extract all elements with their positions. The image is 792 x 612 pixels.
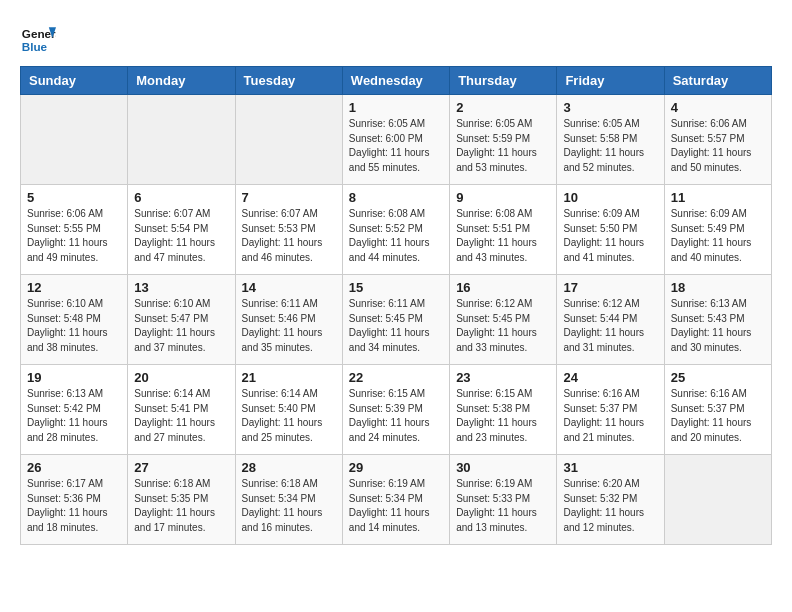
- logo: General Blue: [20, 20, 60, 56]
- calendar-table: SundayMondayTuesdayWednesdayThursdayFrid…: [20, 66, 772, 545]
- calendar-cell: 9Sunrise: 6:08 AM Sunset: 5:51 PM Daylig…: [450, 185, 557, 275]
- calendar-cell: 3Sunrise: 6:05 AM Sunset: 5:58 PM Daylig…: [557, 95, 664, 185]
- day-info: Sunrise: 6:19 AM Sunset: 5:34 PM Dayligh…: [349, 477, 443, 535]
- calendar-week-4: 19Sunrise: 6:13 AM Sunset: 5:42 PM Dayli…: [21, 365, 772, 455]
- day-info: Sunrise: 6:15 AM Sunset: 5:39 PM Dayligh…: [349, 387, 443, 445]
- calendar-week-5: 26Sunrise: 6:17 AM Sunset: 5:36 PM Dayli…: [21, 455, 772, 545]
- day-info: Sunrise: 6:06 AM Sunset: 5:57 PM Dayligh…: [671, 117, 765, 175]
- calendar-cell: 18Sunrise: 6:13 AM Sunset: 5:43 PM Dayli…: [664, 275, 771, 365]
- day-number: 10: [563, 190, 657, 205]
- day-info: Sunrise: 6:05 AM Sunset: 5:59 PM Dayligh…: [456, 117, 550, 175]
- day-number: 4: [671, 100, 765, 115]
- day-number: 16: [456, 280, 550, 295]
- calendar-cell: 20Sunrise: 6:14 AM Sunset: 5:41 PM Dayli…: [128, 365, 235, 455]
- day-number: 3: [563, 100, 657, 115]
- weekday-header-saturday: Saturday: [664, 67, 771, 95]
- day-number: 5: [27, 190, 121, 205]
- day-info: Sunrise: 6:08 AM Sunset: 5:51 PM Dayligh…: [456, 207, 550, 265]
- day-number: 27: [134, 460, 228, 475]
- day-info: Sunrise: 6:08 AM Sunset: 5:52 PM Dayligh…: [349, 207, 443, 265]
- day-number: 23: [456, 370, 550, 385]
- calendar-cell: 17Sunrise: 6:12 AM Sunset: 5:44 PM Dayli…: [557, 275, 664, 365]
- calendar-cell: 6Sunrise: 6:07 AM Sunset: 5:54 PM Daylig…: [128, 185, 235, 275]
- day-info: Sunrise: 6:09 AM Sunset: 5:49 PM Dayligh…: [671, 207, 765, 265]
- calendar-cell: [21, 95, 128, 185]
- day-number: 26: [27, 460, 121, 475]
- day-info: Sunrise: 6:09 AM Sunset: 5:50 PM Dayligh…: [563, 207, 657, 265]
- day-number: 30: [456, 460, 550, 475]
- day-info: Sunrise: 6:18 AM Sunset: 5:35 PM Dayligh…: [134, 477, 228, 535]
- calendar-cell: 27Sunrise: 6:18 AM Sunset: 5:35 PM Dayli…: [128, 455, 235, 545]
- day-number: 7: [242, 190, 336, 205]
- calendar-cell: 31Sunrise: 6:20 AM Sunset: 5:32 PM Dayli…: [557, 455, 664, 545]
- day-number: 15: [349, 280, 443, 295]
- day-number: 11: [671, 190, 765, 205]
- day-info: Sunrise: 6:11 AM Sunset: 5:45 PM Dayligh…: [349, 297, 443, 355]
- day-info: Sunrise: 6:15 AM Sunset: 5:38 PM Dayligh…: [456, 387, 550, 445]
- day-info: Sunrise: 6:12 AM Sunset: 5:44 PM Dayligh…: [563, 297, 657, 355]
- day-info: Sunrise: 6:20 AM Sunset: 5:32 PM Dayligh…: [563, 477, 657, 535]
- day-info: Sunrise: 6:13 AM Sunset: 5:43 PM Dayligh…: [671, 297, 765, 355]
- calendar-cell: [235, 95, 342, 185]
- calendar-cell: 24Sunrise: 6:16 AM Sunset: 5:37 PM Dayli…: [557, 365, 664, 455]
- day-info: Sunrise: 6:05 AM Sunset: 6:00 PM Dayligh…: [349, 117, 443, 175]
- calendar-cell: [128, 95, 235, 185]
- calendar-week-2: 5Sunrise: 6:06 AM Sunset: 5:55 PM Daylig…: [21, 185, 772, 275]
- calendar-cell: 12Sunrise: 6:10 AM Sunset: 5:48 PM Dayli…: [21, 275, 128, 365]
- calendar-cell: 15Sunrise: 6:11 AM Sunset: 5:45 PM Dayli…: [342, 275, 449, 365]
- calendar-cell: 11Sunrise: 6:09 AM Sunset: 5:49 PM Dayli…: [664, 185, 771, 275]
- calendar-cell: 13Sunrise: 6:10 AM Sunset: 5:47 PM Dayli…: [128, 275, 235, 365]
- calendar-cell: 7Sunrise: 6:07 AM Sunset: 5:53 PM Daylig…: [235, 185, 342, 275]
- calendar-cell: 4Sunrise: 6:06 AM Sunset: 5:57 PM Daylig…: [664, 95, 771, 185]
- weekday-header-sunday: Sunday: [21, 67, 128, 95]
- day-number: 9: [456, 190, 550, 205]
- day-number: 24: [563, 370, 657, 385]
- day-info: Sunrise: 6:07 AM Sunset: 5:54 PM Dayligh…: [134, 207, 228, 265]
- day-number: 17: [563, 280, 657, 295]
- weekday-header-friday: Friday: [557, 67, 664, 95]
- day-number: 18: [671, 280, 765, 295]
- calendar-cell: 26Sunrise: 6:17 AM Sunset: 5:36 PM Dayli…: [21, 455, 128, 545]
- weekday-header-row: SundayMondayTuesdayWednesdayThursdayFrid…: [21, 67, 772, 95]
- svg-text:Blue: Blue: [22, 40, 48, 53]
- weekday-header-thursday: Thursday: [450, 67, 557, 95]
- calendar-cell: 22Sunrise: 6:15 AM Sunset: 5:39 PM Dayli…: [342, 365, 449, 455]
- day-info: Sunrise: 6:16 AM Sunset: 5:37 PM Dayligh…: [563, 387, 657, 445]
- day-info: Sunrise: 6:10 AM Sunset: 5:47 PM Dayligh…: [134, 297, 228, 355]
- day-number: 12: [27, 280, 121, 295]
- logo-icon: General Blue: [20, 20, 56, 56]
- day-info: Sunrise: 6:19 AM Sunset: 5:33 PM Dayligh…: [456, 477, 550, 535]
- day-number: 2: [456, 100, 550, 115]
- day-info: Sunrise: 6:05 AM Sunset: 5:58 PM Dayligh…: [563, 117, 657, 175]
- calendar-cell: 29Sunrise: 6:19 AM Sunset: 5:34 PM Dayli…: [342, 455, 449, 545]
- day-info: Sunrise: 6:16 AM Sunset: 5:37 PM Dayligh…: [671, 387, 765, 445]
- day-number: 31: [563, 460, 657, 475]
- calendar-cell: 10Sunrise: 6:09 AM Sunset: 5:50 PM Dayli…: [557, 185, 664, 275]
- calendar-cell: 28Sunrise: 6:18 AM Sunset: 5:34 PM Dayli…: [235, 455, 342, 545]
- day-info: Sunrise: 6:17 AM Sunset: 5:36 PM Dayligh…: [27, 477, 121, 535]
- weekday-header-monday: Monday: [128, 67, 235, 95]
- day-info: Sunrise: 6:14 AM Sunset: 5:40 PM Dayligh…: [242, 387, 336, 445]
- day-number: 14: [242, 280, 336, 295]
- day-number: 22: [349, 370, 443, 385]
- day-info: Sunrise: 6:06 AM Sunset: 5:55 PM Dayligh…: [27, 207, 121, 265]
- calendar-week-3: 12Sunrise: 6:10 AM Sunset: 5:48 PM Dayli…: [21, 275, 772, 365]
- calendar-cell: 25Sunrise: 6:16 AM Sunset: 5:37 PM Dayli…: [664, 365, 771, 455]
- day-number: 13: [134, 280, 228, 295]
- day-info: Sunrise: 6:13 AM Sunset: 5:42 PM Dayligh…: [27, 387, 121, 445]
- calendar-cell: 8Sunrise: 6:08 AM Sunset: 5:52 PM Daylig…: [342, 185, 449, 275]
- day-number: 21: [242, 370, 336, 385]
- calendar-cell: 19Sunrise: 6:13 AM Sunset: 5:42 PM Dayli…: [21, 365, 128, 455]
- calendar-cell: 2Sunrise: 6:05 AM Sunset: 5:59 PM Daylig…: [450, 95, 557, 185]
- calendar-cell: 21Sunrise: 6:14 AM Sunset: 5:40 PM Dayli…: [235, 365, 342, 455]
- calendar-cell: [664, 455, 771, 545]
- day-number: 19: [27, 370, 121, 385]
- day-info: Sunrise: 6:10 AM Sunset: 5:48 PM Dayligh…: [27, 297, 121, 355]
- day-info: Sunrise: 6:18 AM Sunset: 5:34 PM Dayligh…: [242, 477, 336, 535]
- day-number: 29: [349, 460, 443, 475]
- day-number: 8: [349, 190, 443, 205]
- day-number: 1: [349, 100, 443, 115]
- calendar-cell: 30Sunrise: 6:19 AM Sunset: 5:33 PM Dayli…: [450, 455, 557, 545]
- day-number: 28: [242, 460, 336, 475]
- page-header: General Blue: [20, 20, 772, 56]
